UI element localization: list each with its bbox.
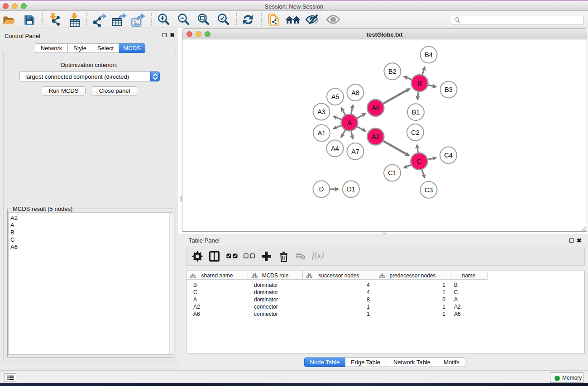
svg-text:A2: A2 bbox=[372, 133, 380, 140]
svg-text:A1: A1 bbox=[318, 129, 326, 137]
svg-text:C2: C2 bbox=[411, 129, 420, 136]
svg-text:A6: A6 bbox=[372, 104, 380, 111]
svg-text:B4: B4 bbox=[425, 51, 433, 58]
svg-text:A7: A7 bbox=[351, 148, 359, 155]
svg-text:C: C bbox=[417, 158, 421, 165]
svg-text:A8: A8 bbox=[351, 89, 359, 96]
svg-text:A3: A3 bbox=[317, 108, 325, 115]
svg-text:C4: C4 bbox=[444, 152, 453, 159]
svg-text:B3: B3 bbox=[445, 86, 453, 93]
svg-text:D1: D1 bbox=[347, 186, 355, 193]
svg-text:C3: C3 bbox=[425, 186, 433, 194]
svg-text:D: D bbox=[319, 186, 324, 193]
svg-text:B1: B1 bbox=[412, 109, 420, 116]
svg-text:A: A bbox=[347, 119, 352, 126]
svg-text:C1: C1 bbox=[388, 169, 397, 176]
svg-text:A5: A5 bbox=[331, 93, 339, 100]
svg-text:A4: A4 bbox=[331, 145, 339, 152]
svg-text:B2: B2 bbox=[388, 68, 397, 75]
svg-text:B: B bbox=[417, 80, 422, 87]
